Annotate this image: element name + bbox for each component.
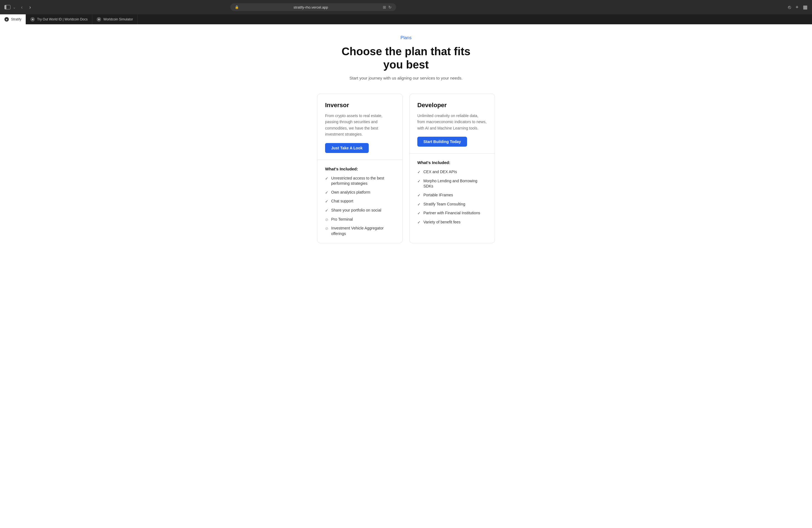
forward-button[interactable]: › bbox=[28, 4, 33, 11]
list-item: ✓ Unrestricted access to the best perfor… bbox=[325, 176, 395, 186]
list-item: ✓ Variety of benefit fees bbox=[417, 220, 487, 225]
check-icon: ✓ bbox=[325, 199, 329, 204]
list-item: ⊘ Investment Vehicle Aggregator offering… bbox=[325, 225, 395, 236]
feature-text: Stratify Team Consulting bbox=[423, 202, 465, 207]
tab-stratify-label: Stratify bbox=[11, 17, 21, 21]
stratify-favicon: ▲ bbox=[4, 17, 9, 21]
reload-icon[interactable]: ↻ bbox=[388, 5, 392, 10]
share-button[interactable]: ⎋ bbox=[788, 4, 791, 10]
list-item: ✓ Morpho Lending and Borrowing SDKs bbox=[417, 178, 487, 189]
inversor-cta-button[interactable]: Just Take A Look bbox=[325, 143, 369, 153]
developer-plan-name: Developer bbox=[417, 102, 487, 109]
check-icon: ✓ bbox=[417, 179, 421, 184]
plans-title-line1: Choose the plan that fits bbox=[342, 45, 470, 57]
list-item: ✓ Stratify Team Consulting bbox=[417, 202, 487, 207]
list-item: ✓ Partner with Financial Institutions bbox=[417, 210, 487, 216]
plans-title: Choose the plan that fits you best bbox=[309, 45, 503, 71]
browser-chrome: ⌄ ‹ › 🔒 stratify-rho.vercel.app ⊞ ↻ ⎋ + … bbox=[0, 0, 812, 14]
tab-worldcoin-docs[interactable]: ● Try Out World ID | Worldcoin Docs bbox=[26, 14, 92, 24]
list-item: ✓ CEX and DEX APIs bbox=[417, 169, 487, 175]
check-icon: ✓ bbox=[325, 190, 329, 195]
browser-actions: ⎋ + ▦ bbox=[788, 4, 808, 10]
check-icon: ✓ bbox=[417, 193, 421, 198]
check-icon: ✓ bbox=[417, 220, 421, 225]
check-icon: ✓ bbox=[417, 211, 421, 216]
worldcoin-docs-favicon: ● bbox=[30, 17, 35, 21]
inversor-description: From crypto assets to real estate, passi… bbox=[325, 113, 395, 137]
lock-icon: 🔒 bbox=[235, 5, 239, 9]
check-icon: ✓ bbox=[325, 176, 329, 181]
developer-cta-button[interactable]: Start Building Today bbox=[417, 137, 467, 147]
plans-title-line2: you best bbox=[383, 59, 429, 71]
list-item: ✓ Portable IFrames bbox=[417, 192, 487, 198]
plans-subtitle: Start your journey with us aligning our … bbox=[309, 76, 503, 80]
ban-icon: ⊘ bbox=[325, 226, 329, 231]
developer-card: Developer Unlimited creativity on reliab… bbox=[409, 93, 495, 243]
developer-card-top: Developer Unlimited creativity on reliab… bbox=[410, 94, 495, 153]
cards-container: Inversor From crypto assets to real esta… bbox=[309, 93, 503, 243]
list-item: ✓ Own analytics platform bbox=[325, 190, 395, 195]
feature-text: Pro Terminal bbox=[331, 217, 353, 222]
check-icon: ✓ bbox=[417, 202, 421, 207]
check-icon: ✓ bbox=[325, 208, 329, 214]
ban-icon: ⊘ bbox=[325, 217, 329, 223]
feature-text: Portable IFrames bbox=[423, 192, 453, 198]
back-button[interactable]: ‹ bbox=[19, 4, 24, 11]
developer-description: Unlimited creativity on reliable data, f… bbox=[417, 113, 487, 131]
plans-section: Plans Choose the plan that fits you best… bbox=[309, 35, 503, 243]
plans-label: Plans bbox=[309, 35, 503, 40]
tab-bar: ▲ Stratify ● Try Out World ID | Worldcoi… bbox=[0, 14, 812, 24]
inversor-card: Inversor From crypto assets to real esta… bbox=[317, 93, 403, 243]
browser-controls: ⌄ bbox=[4, 5, 16, 10]
tab-worldcoin-sim-label: Worldcoin Simulator bbox=[103, 17, 133, 21]
translate-icon: ⊞ bbox=[383, 5, 386, 10]
inversor-card-top: Inversor From crypto assets to real esta… bbox=[317, 94, 402, 160]
sidebar-toggle-button[interactable] bbox=[4, 5, 11, 10]
list-item: ⊘ Pro Terminal bbox=[325, 217, 395, 223]
feature-text: CEX and DEX APIs bbox=[423, 169, 457, 175]
list-item: ✓ Chat support bbox=[325, 199, 395, 204]
list-item: ✓ Share your portfolio on social bbox=[325, 208, 395, 214]
page-content: Plans Choose the plan that fits you best… bbox=[0, 24, 812, 528]
tab-stratify[interactable]: ▲ Stratify bbox=[0, 14, 26, 24]
feature-text: Chat support bbox=[331, 199, 353, 204]
tab-worldcoin-sim[interactable]: ● Worldcoin Simulator bbox=[92, 14, 137, 24]
feature-text: Investment Vehicle Aggregator offerings bbox=[331, 225, 395, 236]
developer-card-bottom: What's Included: ✓ CEX and DEX APIs ✓ Mo… bbox=[410, 153, 495, 232]
feature-text: Share your portfolio on social bbox=[331, 208, 381, 213]
inversor-included-title: What's Included: bbox=[325, 166, 395, 171]
address-bar[interactable]: 🔒 stratify-rho.vercel.app ⊞ ↻ bbox=[230, 3, 396, 11]
check-icon: ✓ bbox=[417, 170, 421, 175]
developer-included-title: What's Included: bbox=[417, 160, 487, 165]
worldcoin-sim-favicon: ● bbox=[97, 17, 101, 21]
tabs-button[interactable]: ▦ bbox=[803, 4, 808, 10]
feature-text: Unrestricted access to the best performi… bbox=[331, 176, 395, 186]
inversor-plan-name: Inversor bbox=[325, 102, 395, 109]
developer-feature-list: ✓ CEX and DEX APIs ✓ Morpho Lending and … bbox=[417, 169, 487, 225]
tab-worldcoin-docs-label: Try Out World ID | Worldcoin Docs bbox=[37, 17, 88, 21]
inversor-feature-list: ✓ Unrestricted access to the best perfor… bbox=[325, 176, 395, 237]
feature-text: Own analytics platform bbox=[331, 190, 371, 195]
new-tab-button[interactable]: + bbox=[795, 4, 798, 10]
inversor-card-bottom: What's Included: ✓ Unrestricted access t… bbox=[317, 160, 402, 243]
feature-text: Variety of benefit fees bbox=[423, 220, 460, 225]
url-text: stratify-rho.vercel.app bbox=[241, 5, 381, 10]
feature-text: Partner with Financial Institutions bbox=[423, 210, 480, 216]
chevron-down-icon[interactable]: ⌄ bbox=[13, 5, 16, 10]
feature-text: Morpho Lending and Borrowing SDKs bbox=[423, 178, 487, 189]
